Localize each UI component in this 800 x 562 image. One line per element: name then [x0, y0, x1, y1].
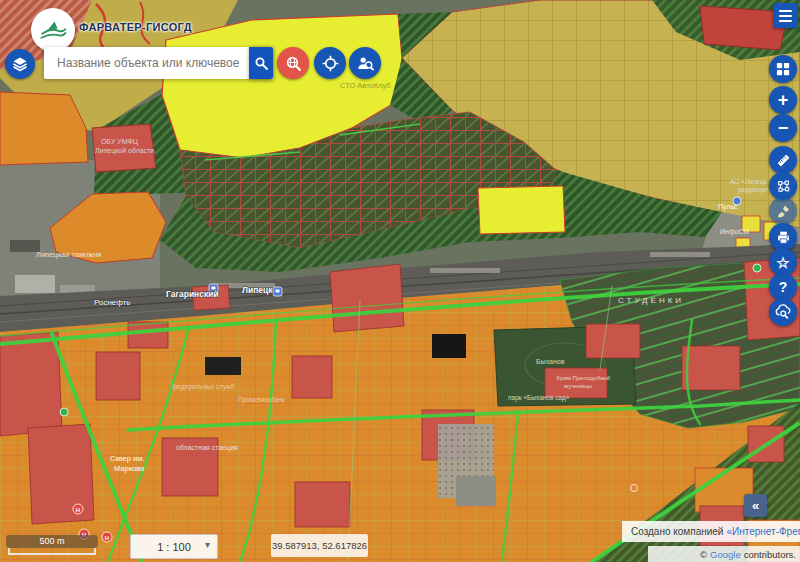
attribution-text: Создано компанией — [631, 526, 723, 537]
svg-text:H: H — [105, 535, 109, 541]
search-bar: ✕ — [44, 47, 273, 79]
map-label: Быханов — [536, 358, 565, 365]
measure-button[interactable] — [769, 146, 797, 174]
train-station-icon — [273, 287, 282, 296]
zoom-in-button[interactable]: + — [769, 86, 797, 114]
globe-search-icon — [285, 55, 302, 72]
widgets-button[interactable] — [769, 55, 797, 83]
hospital-pin-icon: H — [73, 504, 83, 514]
search-icon — [254, 56, 269, 71]
map-label: СТУДЁНКИ — [618, 296, 684, 305]
map-label: СТО АвтоКлуб — [340, 81, 391, 90]
favorites-button[interactable]: ☆ — [769, 248, 797, 276]
scale-ratio-value: 1 : 100 — [157, 541, 191, 553]
map-label: Маркова — [114, 464, 145, 473]
locate-button[interactable] — [314, 47, 346, 79]
zoning-layers — [0, 0, 800, 562]
map-label: Липецкая таможня — [36, 250, 101, 259]
layers-button[interactable] — [5, 49, 35, 79]
hamburger-icon — [779, 10, 792, 12]
search-button[interactable] — [249, 47, 273, 79]
dashboard-icon — [776, 62, 790, 76]
person-search-icon — [357, 55, 374, 72]
scale-ratio-select[interactable]: 1 : 100 ▾ — [130, 534, 218, 559]
map-label: ОБУ УМФЦ — [101, 138, 139, 146]
poi-dot-icon — [60, 408, 68, 416]
map-label: Липецк — [242, 285, 273, 295]
google-link[interactable]: Google — [710, 549, 741, 560]
map-label: Храм Преподобной — [556, 375, 610, 381]
double-chevron-left-icon: « — [752, 498, 759, 513]
brand-title: ФАРВАТЕР-ГИСОГД — [79, 21, 192, 33]
vendor-attribution: Создано компанией «Интернет-Фрегат» — [622, 521, 800, 542]
printer-icon — [776, 230, 791, 245]
question-icon: ? — [779, 280, 788, 294]
chevron-down-icon: ▾ — [205, 539, 210, 550]
ruler-icon — [776, 153, 791, 168]
map-label: Липецкой области — [95, 147, 154, 155]
map-label: областная станция — [176, 444, 238, 452]
cadastre-search-button[interactable] — [349, 47, 381, 79]
contributors-text: contributors. — [744, 549, 796, 560]
help-button[interactable]: ? — [769, 273, 797, 301]
map-label: Промсвязьбанк — [238, 396, 285, 404]
feedback-search-button[interactable] — [769, 298, 797, 326]
map-label: Пульс — [718, 203, 738, 211]
cloud-search-icon — [775, 304, 791, 320]
print-button[interactable] — [769, 223, 797, 251]
polygon-edit-icon — [776, 179, 791, 194]
minus-icon: − — [778, 119, 789, 137]
poi-dot-icon — [631, 485, 638, 492]
map-label: ИнфоСМ — [720, 228, 750, 236]
map-canvas[interactable]: H H H СТО АвтоКлуб ОБУ УМФЦ Липецкой обл… — [0, 0, 800, 562]
crosshair-icon — [322, 55, 339, 72]
hospital-pin-icon: H — [102, 532, 112, 542]
search-input[interactable] — [55, 55, 245, 71]
plus-icon: + — [778, 91, 789, 109]
google-attribution: © Google contributors. — [648, 546, 800, 562]
map-label: мученицы — [564, 383, 592, 389]
farvater-emblem-icon — [36, 13, 70, 47]
map-label: федеральных служб — [172, 383, 235, 391]
svg-text:H: H — [76, 507, 80, 513]
collapse-panel-button[interactable]: « — [744, 494, 767, 517]
copyright-symbol: © — [700, 549, 707, 560]
scale-bar-line — [8, 548, 96, 555]
map-label: парк «Быханов сад» — [508, 394, 570, 402]
coordinates-value: 39.587913, 52.617826 — [272, 540, 367, 551]
scale-bar-label: 500 m — [6, 535, 98, 548]
layers-icon — [12, 56, 28, 72]
draw-polygon-button[interactable] — [769, 172, 797, 200]
brand-logo — [31, 8, 75, 52]
menu-button[interactable] — [773, 3, 798, 28]
spatial-search-button[interactable] — [277, 47, 309, 79]
vendor-link[interactable]: «Интернет-Фрегат» — [726, 526, 800, 537]
poi-dot-icon — [753, 264, 761, 272]
star-icon: ☆ — [776, 255, 789, 270]
map-label: Сквер им. — [110, 454, 144, 463]
brush-icon — [776, 204, 791, 219]
gis-application: H H H СТО АвтоКлуб ОБУ УМФЦ Липецкой обл… — [0, 0, 800, 562]
zoom-out-button[interactable]: − — [769, 114, 797, 142]
map-label: редуктор» — [738, 186, 769, 194]
map-label: АО «Липецк — [730, 178, 766, 186]
map-scale-bar: 500 m — [6, 535, 98, 555]
clear-drawing-button[interactable] — [769, 197, 797, 225]
map-label: Роснефть — [94, 298, 131, 307]
map-label: Гагаринский — [166, 289, 219, 299]
cursor-coordinates: 39.587913, 52.617826 — [271, 534, 368, 557]
